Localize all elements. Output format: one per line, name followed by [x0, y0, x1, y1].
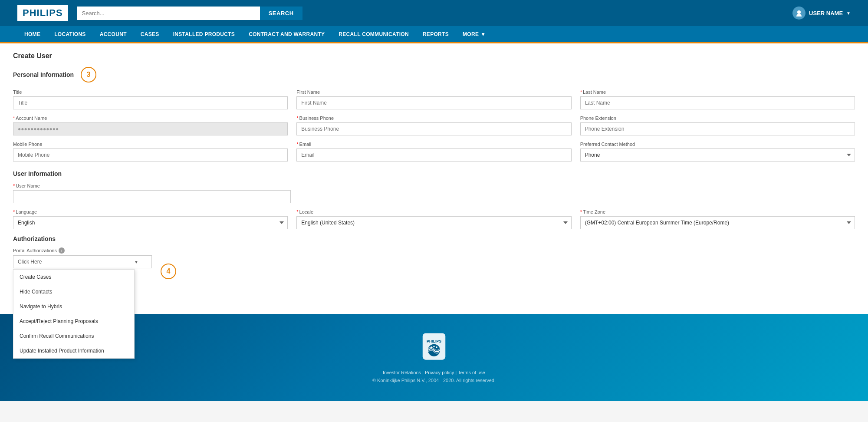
portal-auth-select[interactable]: Click Here ▼: [13, 255, 152, 268]
search-bar: SEARCH: [77, 7, 302, 20]
search-button[interactable]: SEARCH: [260, 7, 302, 20]
form-group-language: Language English: [13, 209, 288, 229]
portal-auth-dropdown-menu: Create Cases Hide Contacts Navigate to H…: [13, 269, 135, 359]
nav-cases[interactable]: CASES: [134, 26, 166, 43]
form-group-account-name: Account Name: [13, 115, 288, 135]
phone-extension-label: Phone Extension: [580, 115, 855, 121]
title-input[interactable]: [13, 96, 288, 109]
username-input[interactable]: [13, 190, 291, 203]
portal-auth-label: Portal Authorizations i: [13, 247, 855, 254]
form-group-timezone: Time Zone (GMT+02:00) Central European S…: [580, 209, 855, 229]
form-group-preferred-contact: Preferred Contact Method Phone Email: [580, 142, 855, 162]
email-label: Email: [296, 142, 571, 147]
form-group-email: Email: [296, 142, 571, 162]
account-name-input: [13, 122, 288, 135]
portal-auth-info-icon[interactable]: i: [59, 247, 65, 254]
nav-recall-communication[interactable]: RECALL COMMUNICATION: [332, 26, 416, 43]
language-select[interactable]: English: [13, 216, 288, 229]
user-info-section-header: User Information: [13, 170, 855, 177]
more-chevron-icon: ▼: [480, 31, 486, 37]
user-area[interactable]: USER NAME ▼: [792, 7, 851, 20]
form-row-name: Title First Name Last Name: [13, 89, 855, 109]
business-phone-label: Business Phone: [296, 115, 571, 121]
timezone-select[interactable]: (GMT+02:00) Central European Summer Time…: [580, 216, 855, 229]
user-avatar-icon: [792, 7, 806, 20]
locale-label: Locale: [296, 209, 571, 214]
username-label: User Name: [13, 183, 291, 188]
search-input[interactable]: [77, 7, 260, 20]
user-chevron-icon: ▼: [846, 11, 851, 16]
authorizations-title: Authorizations: [13, 235, 855, 242]
user-name-label: USER NAME: [809, 10, 843, 16]
footer-logo: PHILIPS: [419, 331, 449, 363]
form-row-contact: Mobile Phone Email Preferred Contact Met…: [13, 142, 855, 162]
form-row-username: User Name: [13, 183, 855, 203]
philips-logo: PHILIPS: [17, 5, 68, 21]
form-group-first-name: First Name: [296, 89, 571, 109]
annotation-3: 3: [81, 67, 96, 82]
main-content: Create User Personal Information 3 Title…: [0, 43, 868, 314]
form-group-phone-extension: Phone Extension: [580, 115, 855, 135]
phone-extension-input[interactable]: [580, 122, 855, 135]
form-row-locale: Language English Locale English (United …: [13, 209, 855, 229]
svg-point-0: [797, 10, 801, 14]
account-name-label: Account Name: [13, 115, 288, 121]
svg-point-5: [433, 346, 435, 347]
form-row-account: Account Name Business Phone Phone Extens…: [13, 115, 855, 135]
mobile-phone-input[interactable]: [13, 148, 288, 162]
email-input[interactable]: [296, 148, 571, 162]
form-group-mobile-phone: Mobile Phone: [13, 142, 288, 162]
language-label: Language: [13, 209, 288, 214]
dropdown-item-update-installed[interactable]: Update Installed Product Information: [13, 343, 134, 358]
footer-copyright: © Koninklijke Philips N.V., 2004 - 2020.…: [372, 378, 496, 383]
nav-locations[interactable]: LOCATIONS: [47, 26, 92, 43]
nav-home[interactable]: HOME: [17, 26, 47, 43]
dropdown-item-create-cases[interactable]: Create Cases: [13, 270, 134, 284]
portal-auth-dropdown-container: Click Here ▼ Create Cases Hide Contacts …: [13, 255, 152, 268]
form-group-username: User Name: [13, 183, 291, 203]
form-group-business-phone: Business Phone: [296, 115, 571, 135]
svg-text:PHILIPS: PHILIPS: [427, 339, 441, 343]
title-label: Title: [13, 89, 288, 95]
nav-contract-warranty[interactable]: CONTRACT AND WARRANTY: [242, 26, 332, 43]
nav-reports[interactable]: REPORTS: [416, 26, 456, 43]
dropdown-item-accept-reject[interactable]: Accept/Reject Planning Proposals: [13, 314, 134, 329]
personal-info-title: Personal Information: [13, 71, 74, 78]
last-name-input[interactable]: [580, 96, 855, 109]
business-phone-input[interactable]: [296, 122, 571, 135]
logo-text: PHILIPS: [23, 7, 63, 19]
nav-installed-products[interactable]: INSTALLED PRODUCTS: [166, 26, 242, 43]
svg-point-6: [436, 346, 437, 348]
timezone-label: Time Zone: [580, 209, 855, 214]
form-button-row: Cancel Next >> 5: [13, 290, 855, 305]
first-name-input[interactable]: [296, 96, 571, 109]
first-name-label: First Name: [296, 89, 571, 95]
footer-links[interactable]: Investor Relations | Privacy policy | Te…: [383, 370, 485, 375]
mobile-phone-label: Mobile Phone: [13, 142, 288, 147]
form-group-locale: Locale English (United States): [296, 209, 571, 229]
portal-auth-chevron-icon: ▼: [134, 260, 138, 264]
page-title: Create User: [13, 52, 855, 60]
annotation-4: 4: [161, 264, 176, 279]
dropdown-item-hide-contacts[interactable]: Hide Contacts: [13, 284, 134, 299]
nav-account[interactable]: ACCOUNT: [93, 26, 134, 43]
locale-select[interactable]: English (United States): [296, 216, 571, 229]
dropdown-item-confirm-recall[interactable]: Confirm Recall Communications: [13, 329, 134, 343]
last-name-label: Last Name: [580, 89, 855, 95]
svg-point-4: [431, 346, 432, 348]
navbar: HOME LOCATIONS ACCOUNT CASES INSTALLED P…: [0, 26, 868, 43]
form-group-last-name: Last Name: [580, 89, 855, 109]
authorizations-section: Authorizations Portal Authorizations i C…: [13, 235, 855, 279]
personal-info-section-header: Personal Information 3: [13, 67, 855, 82]
preferred-contact-label: Preferred Contact Method: [580, 142, 855, 147]
form-group-title: Title: [13, 89, 288, 109]
header: PHILIPS SEARCH USER NAME ▼: [0, 0, 868, 26]
dropdown-item-navigate-hybris[interactable]: Navigate to Hybris: [13, 299, 134, 314]
nav-more[interactable]: MORE ▼: [456, 26, 493, 43]
preferred-contact-select[interactable]: Phone Email: [580, 148, 855, 162]
